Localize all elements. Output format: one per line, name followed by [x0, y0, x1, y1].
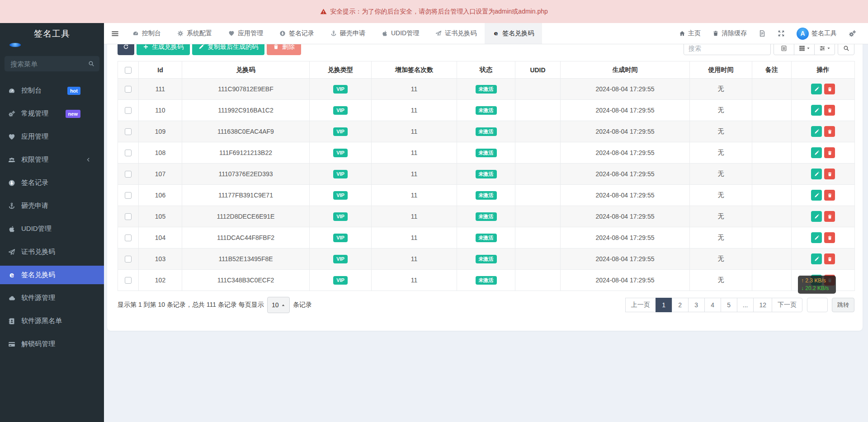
columns-button[interactable]	[794, 44, 815, 55]
tab-icon	[435, 30, 442, 37]
delete-row-button[interactable]	[824, 169, 835, 179]
row-checkbox[interactable]	[125, 256, 132, 263]
cell-note	[752, 142, 792, 164]
page-size-select[interactable]: 10	[267, 297, 290, 313]
row-checkbox[interactable]	[125, 128, 132, 135]
refresh-button[interactable]	[118, 44, 134, 55]
trash-icon	[827, 214, 832, 219]
column-header-created: 生成时间	[561, 61, 690, 79]
page-button[interactable]: 3	[688, 298, 705, 312]
row-checkbox[interactable]	[125, 107, 132, 114]
pagination-switch-button[interactable]	[774, 44, 794, 55]
security-alert-banner: 安全提示：为了你的后台安全，请勿将后台管理入口设置为admin或admin.ph…	[0, 0, 868, 23]
copy-last-code-button[interactable]: 复制最后生成的码	[192, 44, 264, 55]
page-button[interactable]: 2	[672, 298, 689, 312]
page-button[interactable]: 下一页	[772, 298, 802, 312]
navbar-tab[interactable]: 系统配置	[169, 23, 220, 44]
row-checkbox[interactable]	[125, 150, 132, 156]
top-navbar: 控制台 系统配置 应用管理 签名记录 砸壳申请	[104, 23, 868, 44]
select-all-checkbox[interactable]	[125, 67, 132, 74]
cell-actions	[792, 185, 855, 206]
fullscreen-toggle[interactable]	[772, 23, 791, 44]
navbar-tab[interactable]: 签名兑换码	[485, 23, 542, 44]
sidebar-item[interactable]: 软件源管理	[0, 289, 104, 307]
delete-row-button[interactable]	[824, 105, 835, 116]
edit-button[interactable]	[811, 126, 822, 137]
status-badge: 未激活	[476, 212, 497, 221]
delete-row-button[interactable]	[824, 126, 835, 137]
edit-button[interactable]	[811, 232, 822, 243]
search-button[interactable]	[838, 44, 854, 55]
navbar-right: 主页 清除缓存 A 签名工具	[673, 23, 868, 44]
sidebar-item[interactable]: 砸壳申请	[0, 197, 104, 215]
cell-note	[752, 227, 792, 249]
delete-row-button[interactable]	[824, 211, 835, 222]
row-checkbox[interactable]	[125, 213, 132, 220]
page-button[interactable]: 12	[753, 298, 772, 312]
edit-button[interactable]	[811, 169, 822, 179]
sidebar-item[interactable]: 控制台 hot	[0, 81, 104, 100]
page-button[interactable]: ...	[737, 298, 754, 312]
edit-button[interactable]	[811, 253, 822, 264]
trash-icon	[827, 108, 832, 113]
row-checkbox[interactable]	[125, 171, 132, 178]
records-info: 显示第 1 到第 10 条记录，总共 111 条记录 每页显示 10 条记录	[118, 297, 312, 313]
sidebar-item-label: 常规管理	[21, 109, 48, 118]
delete-row-button[interactable]	[824, 232, 835, 243]
sidebar-item[interactable]: 权限管理	[0, 150, 104, 169]
sidebar-item[interactable]: 软件源黑名单	[0, 312, 104, 330]
delete-row-button[interactable]	[824, 190, 835, 201]
sidebar-item[interactable]: 解锁码管理	[0, 335, 104, 353]
navbar-tab[interactable]: UDID管理	[373, 23, 427, 44]
navbar-tab[interactable]: 控制台	[124, 23, 169, 44]
table-search-input[interactable]	[684, 44, 771, 55]
cell-count: 11	[372, 164, 457, 185]
trash-icon	[827, 172, 832, 177]
settings-menu[interactable]	[843, 23, 862, 44]
sidebar-item[interactable]: UDID管理	[0, 220, 104, 238]
row-checkbox[interactable]	[125, 192, 132, 199]
cell-created: 2024-08-04 17:29:55	[561, 164, 690, 185]
status-badge: 未激活	[476, 85, 497, 94]
delete-row-button[interactable]	[824, 253, 835, 264]
jump-page-input[interactable]	[807, 298, 828, 312]
delete-row-button[interactable]	[824, 84, 835, 94]
edit-button[interactable]	[811, 84, 822, 94]
navbar-tab[interactable]: 应用管理	[220, 23, 271, 44]
edit-button[interactable]	[811, 147, 822, 158]
page-button[interactable]: 5	[721, 298, 737, 312]
cell-udid	[515, 185, 561, 206]
home-link[interactable]: 主页	[673, 23, 707, 44]
tab-label: 签名兑换码	[502, 29, 534, 38]
edit-button[interactable]	[811, 211, 822, 222]
row-checkbox[interactable]	[125, 234, 132, 241]
clear-cache-link[interactable]: 清除缓存	[707, 23, 753, 44]
sidebar-item[interactable]: 证书兑换码	[0, 243, 104, 261]
cell-type: VIP	[310, 249, 372, 270]
navbar-tab[interactable]: 砸壳申请	[322, 23, 373, 44]
edit-button[interactable]	[811, 190, 822, 201]
navbar-tab[interactable]: 证书兑换码	[427, 23, 485, 44]
page-button[interactable]: 上一页	[625, 298, 656, 312]
generate-code-button[interactable]: 生成兑换码	[137, 44, 190, 55]
user-menu[interactable]: A 签名工具	[791, 23, 843, 44]
sidebar-item[interactable]: 应用管理	[0, 127, 104, 146]
jump-button[interactable]: 跳转	[832, 298, 854, 312]
sidebar-search-input[interactable]	[5, 56, 99, 71]
hamburger-menu-icon[interactable]	[111, 29, 119, 38]
sidebar-item[interactable]: 常规管理 new	[0, 104, 104, 123]
export-button[interactable]	[814, 44, 835, 55]
sidebar-item-label: 应用管理	[21, 132, 48, 141]
page-button[interactable]: 4	[704, 298, 721, 312]
page-button[interactable]: 1	[656, 298, 672, 312]
edit-button[interactable]	[811, 105, 822, 116]
cell-used: 无	[690, 164, 752, 185]
row-checkbox[interactable]	[125, 86, 132, 93]
sidebar-item[interactable]: 签名记录	[0, 173, 104, 192]
sidebar-item[interactable]: 签名兑换码	[0, 266, 104, 284]
docs-link[interactable]	[753, 23, 772, 44]
navbar-tab[interactable]: 签名记录	[271, 23, 322, 44]
delete-row-button[interactable]	[824, 147, 835, 158]
delete-button[interactable]: 删除	[267, 44, 301, 55]
row-checkbox[interactable]	[125, 277, 132, 284]
